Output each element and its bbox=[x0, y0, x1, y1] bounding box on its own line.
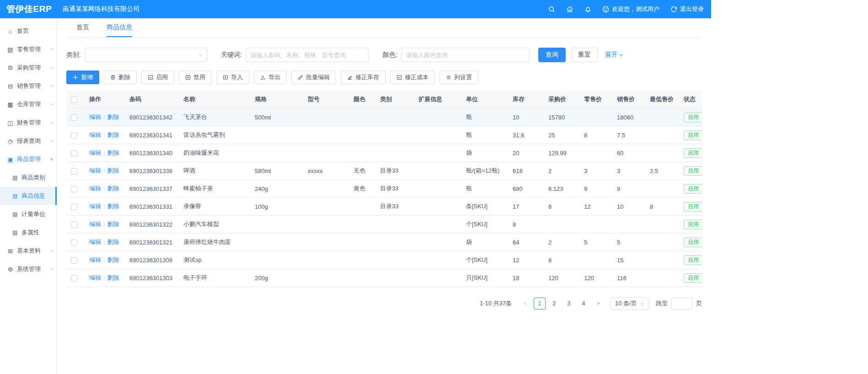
export-button[interactable]: 导出 bbox=[254, 70, 287, 84]
expand-link[interactable]: 展开∨ bbox=[605, 51, 623, 59]
plus-button[interactable]: 新增 bbox=[66, 70, 99, 84]
sidebar-item-warehouse[interactable]: ▦仓库管理∨ bbox=[0, 95, 57, 114]
edit-link[interactable]: 编辑 bbox=[89, 256, 101, 263]
store-icon[interactable] bbox=[566, 6, 573, 13]
page-size-select[interactable]: 10 条/页 ∨ bbox=[611, 297, 648, 310]
row-checkbox[interactable] bbox=[71, 132, 77, 139]
edit-link[interactable]: 编辑 bbox=[89, 274, 101, 281]
cell-stock: 18 bbox=[508, 269, 544, 287]
edit-link[interactable]: 编辑 bbox=[89, 203, 101, 210]
delete-link[interactable]: 删除 bbox=[107, 221, 119, 228]
keyword-input[interactable] bbox=[246, 48, 369, 62]
edit-link[interactable]: 编辑 bbox=[89, 114, 101, 120]
edit-link[interactable]: 编辑 bbox=[89, 167, 101, 174]
cell-spec bbox=[250, 144, 303, 162]
sidebar-subitem[interactable]: ▤商品类别 bbox=[0, 168, 57, 187]
row-checkbox[interactable] bbox=[71, 275, 77, 282]
table-row: 编辑|删除6901236301338啤酒580mlxxsxx无色目录33瓶/(箱… bbox=[66, 162, 702, 180]
edit-link[interactable]: 编辑 bbox=[89, 149, 101, 156]
cell-stock: 20 bbox=[508, 144, 544, 162]
table-row: 编辑|删除6901236301342飞天茅台500ml瓶101578018060… bbox=[66, 108, 702, 126]
row-checkbox[interactable] bbox=[71, 239, 77, 246]
sidebar-item-label: 采购管理 bbox=[17, 64, 41, 72]
warehouse-icon: ▦ bbox=[6, 101, 14, 108]
sidebar-item-purchase[interactable]: ⧉采购管理∨ bbox=[0, 59, 57, 77]
cell-spec: 100g bbox=[250, 198, 303, 216]
logout-text: 退出登录 bbox=[680, 5, 704, 13]
edit-link[interactable]: 编辑 bbox=[89, 185, 101, 192]
row-checkbox[interactable] bbox=[71, 168, 77, 174]
category-select[interactable]: ∨ bbox=[85, 48, 207, 62]
fix-cost-button[interactable]: 修正成本 bbox=[390, 70, 435, 84]
sidebar-item-finance[interactable]: ◫财务管理∨ bbox=[0, 114, 57, 132]
edit-link[interactable]: 编辑 bbox=[89, 238, 101, 245]
cell-category bbox=[375, 216, 414, 233]
sidebar-item-product[interactable]: ▣商品管理∧ bbox=[0, 150, 57, 168]
sidebar-item-home[interactable]: ⌂首页 bbox=[0, 22, 57, 40]
page-button-2[interactable]: 2 bbox=[548, 298, 560, 309]
sidebar-item-report[interactable]: ◷报表查询∨ bbox=[0, 132, 57, 150]
chevron-down-icon: ∨ bbox=[50, 121, 53, 125]
delete-link[interactable]: 删除 bbox=[107, 203, 119, 210]
prev-page-button[interactable]: < bbox=[519, 298, 531, 309]
search-button[interactable]: 查询 bbox=[538, 48, 566, 62]
search-icon[interactable] bbox=[548, 6, 555, 13]
delete-link[interactable]: 删除 bbox=[107, 167, 119, 174]
bell-icon[interactable] bbox=[584, 6, 591, 13]
cell-purchase: 6.123 bbox=[544, 180, 579, 198]
import-button[interactable]: 导入 bbox=[216, 70, 249, 84]
delete-link[interactable]: 删除 bbox=[107, 131, 119, 138]
delete-link[interactable]: 删除 bbox=[107, 238, 119, 245]
jump-page-input[interactable] bbox=[671, 298, 692, 309]
link-separator: | bbox=[103, 185, 105, 192]
cell-sale: 8 bbox=[612, 180, 645, 198]
page-button-4[interactable]: 4 bbox=[578, 298, 589, 309]
cell-retail: 12 bbox=[579, 198, 612, 216]
sidebar-item-label: 首页 bbox=[17, 27, 29, 35]
page-button-1[interactable]: 1 bbox=[534, 298, 546, 309]
welcome-user[interactable]: 欢迎您，测试用户 bbox=[602, 5, 659, 13]
row-checkbox[interactable] bbox=[71, 204, 77, 210]
reset-button[interactable]: 重置 bbox=[571, 48, 598, 62]
next-page-button[interactable]: > bbox=[592, 298, 604, 309]
sidebar-item-sales[interactable]: ⊟销售管理∨ bbox=[0, 77, 57, 95]
delete-link[interactable]: 删除 bbox=[107, 274, 119, 281]
chevron-down-icon: ∨ bbox=[50, 267, 53, 271]
cell-stock: 64 bbox=[508, 233, 544, 251]
delete-link[interactable]: 删除 bbox=[107, 256, 119, 263]
row-checkbox[interactable] bbox=[71, 150, 77, 157]
row-checkbox[interactable] bbox=[71, 186, 77, 192]
delete-link[interactable]: 删除 bbox=[107, 114, 119, 120]
row-checkbox[interactable] bbox=[71, 114, 77, 121]
sidebar-subitem[interactable]: ▤计量单位 bbox=[0, 205, 57, 223]
page-button-3[interactable]: 3 bbox=[563, 298, 575, 309]
edit-link[interactable]: 编辑 bbox=[89, 221, 101, 228]
delete-link[interactable]: 删除 bbox=[107, 149, 119, 156]
enable-button[interactable]: 启用 bbox=[141, 70, 174, 84]
color-input[interactable] bbox=[401, 48, 530, 62]
cell-spec bbox=[250, 126, 303, 144]
sidebar-subitem[interactable]: ▤多属性 bbox=[0, 223, 57, 242]
delete-link[interactable]: 删除 bbox=[107, 185, 119, 192]
sidebar-item-basic[interactable]: ⊞基本资料∨ bbox=[0, 242, 57, 260]
cell-category: 目录33 bbox=[375, 162, 414, 180]
cell-sale: 7.5 bbox=[612, 126, 645, 144]
disable-button[interactable]: 禁用 bbox=[179, 70, 212, 84]
tab-0[interactable]: 首页 bbox=[76, 18, 89, 37]
cell-color bbox=[349, 251, 375, 269]
sidebar-item-retail[interactable]: ▤零售管理∨ bbox=[0, 40, 57, 59]
fix-stock-button[interactable]: 修正库存 bbox=[341, 70, 386, 84]
row-checkbox[interactable] bbox=[71, 257, 77, 264]
link-separator: | bbox=[103, 167, 105, 174]
select-all-checkbox[interactable] bbox=[71, 97, 77, 103]
cell-stock: 12 bbox=[508, 251, 544, 269]
batch-edit-button[interactable]: 批量编辑 bbox=[291, 70, 336, 84]
row-checkbox[interactable] bbox=[71, 222, 77, 228]
sidebar-subitem[interactable]: ▤商品信息 bbox=[0, 187, 57, 205]
logout-button[interactable]: 退出登录 bbox=[670, 5, 704, 13]
column-settings-button[interactable]: 列设置 bbox=[439, 70, 478, 84]
trash-button[interactable]: 删除 bbox=[104, 70, 137, 84]
sidebar-item-system[interactable]: ⚙系统管理∨ bbox=[0, 260, 57, 278]
tab-1[interactable]: 商品信息 bbox=[107, 18, 132, 37]
edit-link[interactable]: 编辑 bbox=[89, 131, 101, 138]
